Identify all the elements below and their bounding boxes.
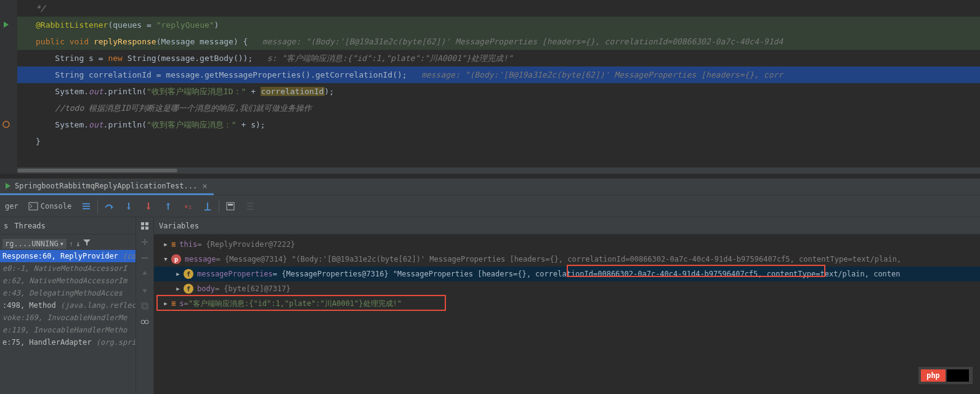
restore-layout-icon[interactable] bbox=[140, 221, 150, 231]
svg-point-28 bbox=[145, 320, 148, 324]
move-up-icon[interactable] bbox=[140, 269, 150, 279]
override-gutter-icon[interactable] bbox=[2, 120, 10, 129]
var-name: this bbox=[179, 240, 197, 249]
step-into-btn[interactable] bbox=[119, 195, 139, 217]
stack-frame-row[interactable]: e:62, NativeMethodAccessorIm bbox=[0, 275, 136, 287]
thread-dropdown[interactable]: rg....UNNING ▾ bbox=[2, 239, 67, 249]
separator bbox=[219, 199, 219, 213]
stack-frame-row[interactable]: Response:60, ReplyProvider (co bbox=[0, 250, 136, 262]
expand-icon[interactable]: ▶ bbox=[161, 299, 170, 308]
thread-label: rg....UNNING bbox=[5, 239, 59, 248]
step-over-btn[interactable] bbox=[99, 195, 119, 217]
run-gutter-icon[interactable] bbox=[2, 20, 10, 29]
next-frame-btn[interactable]: ↓ bbox=[76, 239, 80, 248]
field-out: out bbox=[89, 87, 103, 96]
remove-watch-icon[interactable] bbox=[140, 253, 150, 263]
var-row-this[interactable]: ▶ ≡ this = {ReplyProvider@7222} bbox=[154, 237, 980, 252]
stack-frame-row[interactable]: e:75, HandlerAdapter (org.spri bbox=[0, 336, 136, 348]
var-row-message[interactable]: ▼ p message = {Message@7314} "(Body:'[B@… bbox=[154, 252, 980, 267]
stack-frame-row[interactable]: e0:-1, NativeMethodAccessorI bbox=[0, 262, 136, 275]
frames-panel-header: s Threads bbox=[0, 217, 136, 235]
run-to-cursor-icon bbox=[203, 201, 213, 211]
thread-selector-row: rg....UNNING ▾ ↑ ↓ bbox=[0, 237, 136, 250]
debug-side-toolbar bbox=[136, 217, 154, 394]
step-out-icon bbox=[163, 201, 173, 211]
svg-marker-24 bbox=[142, 289, 147, 293]
code-text: String(message.getBody()); bbox=[128, 54, 267, 63]
variables-header: Variables bbox=[154, 217, 980, 235]
filter-frames-btn[interactable] bbox=[83, 238, 91, 249]
editor-scrollbar-horizontal[interactable] bbox=[17, 167, 980, 174]
brace: } bbox=[36, 137, 41, 146]
expand-icon[interactable]: ▶ bbox=[161, 240, 170, 249]
prev-frame-btn[interactable]: ↑ bbox=[69, 239, 73, 248]
new-watch-icon[interactable] bbox=[140, 237, 150, 247]
frames-panel: s Threads rg....UNNING ▾ ↑ ↓ Response:60… bbox=[0, 217, 136, 394]
var-row-messageProperties[interactable]: ▶ f messageProperties = {MessageProperti… bbox=[154, 267, 980, 281]
field-out: out bbox=[89, 120, 103, 129]
code-editor[interactable]: */ @RabbitListener(queues = "replyQueue"… bbox=[0, 0, 980, 174]
run-to-cursor-btn[interactable] bbox=[198, 195, 217, 217]
param-badge-icon: p bbox=[171, 254, 181, 264]
expand-icon[interactable]: ▶ bbox=[174, 270, 182, 278]
svg-marker-9 bbox=[127, 207, 131, 210]
method-name: replyResponse bbox=[94, 37, 156, 46]
var-row-body[interactable]: ▶ f body = {byte[62]@7317} bbox=[154, 281, 980, 296]
threads-tab[interactable]: Threads bbox=[14, 222, 46, 230]
string: "收到客户端响应消息：" bbox=[147, 120, 237, 129]
collapse-icon[interactable]: ▼ bbox=[161, 255, 170, 263]
code-text: String s = bbox=[55, 54, 108, 63]
evaluate-btn[interactable] bbox=[221, 195, 240, 217]
var-value: = {byte[62]@7317} bbox=[215, 284, 291, 293]
svg-rect-25 bbox=[142, 303, 147, 308]
svg-rect-5 bbox=[83, 206, 90, 207]
variables-tree[interactable]: ▶ ≡ this = {ReplyProvider@7222} ▼ p mess… bbox=[154, 235, 980, 313]
tab-label: SpringbootRabbitmqReplyApplicationTest..… bbox=[15, 182, 197, 190]
inline-hint: s: "客户端响应消息:{"id":1,"plate":"川A0001"}处理完… bbox=[267, 54, 513, 63]
inline-hint: message: "(Body:'[B@19a31e2c(byte[62])' … bbox=[421, 70, 783, 79]
console-label: Console bbox=[41, 202, 72, 211]
svg-point-27 bbox=[141, 320, 145, 324]
force-step-into-btn[interactable] bbox=[139, 195, 158, 217]
debugger-tab[interactable]: ger bbox=[0, 195, 23, 217]
trace-btn[interactable] bbox=[240, 195, 260, 217]
var-row-s[interactable]: ▶ ≡ s = "客户端响应消息:{"id":1,"plate":"川A0001… bbox=[154, 296, 980, 311]
expand-icon[interactable]: ▶ bbox=[174, 284, 182, 293]
svg-rect-26 bbox=[143, 304, 148, 309]
code-text: + s); bbox=[237, 120, 265, 129]
glasses-icon[interactable] bbox=[140, 317, 150, 327]
inline-hint: message: "(Body:'[B@19a31e2c(byte[62])' … bbox=[262, 37, 783, 46]
debug-toolbar: ger Console ×₁ bbox=[0, 195, 980, 217]
code-text: + bbox=[246, 87, 260, 96]
var-value: = {ReplyProvider@7222} bbox=[197, 240, 295, 249]
svg-marker-13 bbox=[166, 203, 170, 205]
code-text: System. bbox=[55, 87, 89, 96]
stack-frame-row[interactable]: voke:169, InvocableHandlerMe bbox=[0, 312, 136, 324]
svg-marker-23 bbox=[142, 271, 147, 275]
debug-config-tab[interactable]: SpringbootRabbitmqReplyApplicationTest..… bbox=[0, 179, 214, 195]
debug-tab-row: SpringbootRabbitmqReplyApplicationTest..… bbox=[0, 179, 980, 195]
console-tab[interactable]: Console bbox=[23, 195, 77, 217]
close-icon[interactable]: × bbox=[202, 181, 207, 191]
stack-frame-row[interactable]: e:43, DelegatingMethodAcces bbox=[0, 287, 136, 299]
step-out-btn[interactable] bbox=[158, 195, 178, 217]
step-into-icon bbox=[124, 201, 134, 211]
equals-icon: ≡ bbox=[171, 240, 176, 249]
stack-frame-row[interactable]: :498, Method (java.lang.reflec bbox=[0, 299, 136, 312]
frames-tab[interactable]: s bbox=[4, 222, 8, 230]
drop-frame-icon: ×₁ bbox=[183, 201, 193, 211]
move-down-icon[interactable] bbox=[140, 285, 150, 295]
svg-marker-0 bbox=[4, 22, 9, 28]
threads-view-btn[interactable] bbox=[76, 195, 96, 217]
code-text: .println( bbox=[103, 87, 147, 96]
equals-icon: ≡ bbox=[171, 299, 176, 308]
drop-frame-btn[interactable]: ×₁ bbox=[178, 195, 198, 217]
separator bbox=[97, 199, 98, 213]
svg-rect-18 bbox=[228, 204, 233, 206]
scrollbar-thumb[interactable] bbox=[17, 169, 177, 172]
debugger-tab-label: ger bbox=[5, 202, 18, 211]
copy-icon[interactable] bbox=[140, 301, 150, 311]
console-icon bbox=[28, 201, 38, 211]
stack-frame-row[interactable]: e:119, InvocableHandlerMetho bbox=[0, 324, 136, 336]
code-area[interactable]: */ @RabbitListener(queues = "replyQueue"… bbox=[17, 0, 980, 150]
